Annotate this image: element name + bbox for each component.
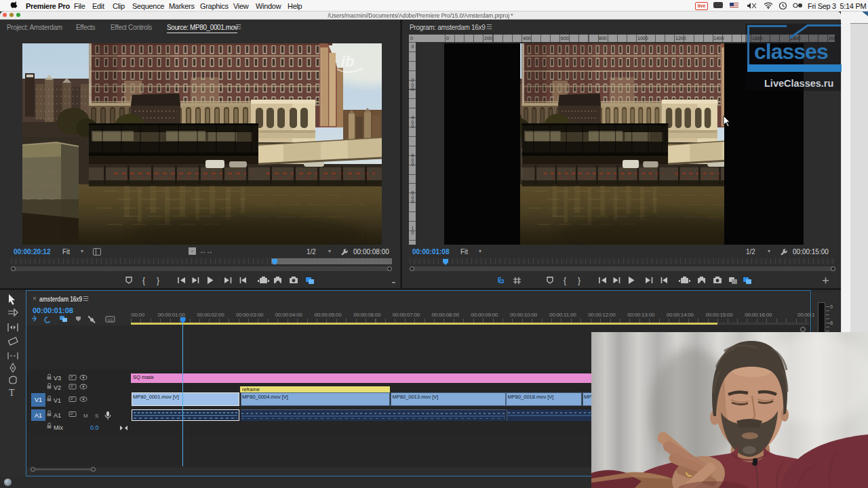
svg-text:{: { — [564, 276, 566, 285]
svg-text:M: M — [83, 413, 88, 419]
svg-text:V3: V3 — [54, 375, 61, 382]
svg-text:Mix: Mix — [54, 424, 63, 431]
svg-text:{: { — [142, 276, 145, 285]
svg-text:0.0: 0.0 — [90, 424, 99, 431]
svg-text:}: } — [578, 276, 580, 285]
svg-text:T: T — [9, 388, 15, 398]
svg-text:}: } — [157, 276, 159, 285]
svg-text:A1: A1 — [35, 412, 42, 419]
svg-text:A1: A1 — [54, 412, 61, 419]
svg-text:V1: V1 — [35, 396, 42, 403]
svg-text:V2: V2 — [54, 384, 61, 391]
svg-text:CC: CC — [108, 318, 114, 322]
svg-text:S: S — [95, 413, 98, 419]
svg-text:classes: classes — [754, 39, 828, 64]
svg-text:V1: V1 — [54, 397, 61, 404]
svg-text:LiveClasses.ru: LiveClasses.ru — [764, 78, 833, 89]
